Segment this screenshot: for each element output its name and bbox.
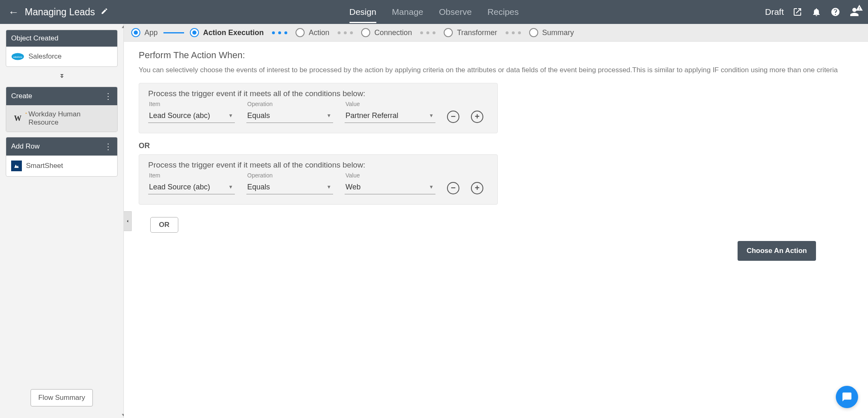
chevron-down-double-icon[interactable] xyxy=(3,69,120,84)
card-header: Add Row ⋮ xyxy=(6,137,117,156)
step-action-execution[interactable]: Action Execution xyxy=(190,28,264,37)
step-connection[interactable]: Connection xyxy=(361,28,412,37)
tab-observe[interactable]: Observe xyxy=(439,1,472,23)
card-app-label: Salesforce xyxy=(28,52,61,61)
field-label-item: Item xyxy=(148,101,235,107)
caret-down-icon: ▼ xyxy=(326,184,331,190)
step-summary[interactable]: Summary xyxy=(529,28,574,37)
value-select-value: Partner Referral xyxy=(345,111,398,120)
field-label-value: Value xyxy=(345,101,435,107)
add-condition-button[interactable]: + xyxy=(471,111,483,123)
sidebar-card-add-row[interactable]: Add Row ⋮ SmartSheet xyxy=(6,137,118,177)
card-title: Object Created xyxy=(11,34,58,43)
card-title: Add Row xyxy=(11,142,40,151)
add-condition-button[interactable]: + xyxy=(471,182,483,194)
field-label-value: Value xyxy=(345,172,435,179)
step-label: App xyxy=(144,28,158,37)
remove-condition-button[interactable]: − xyxy=(447,182,459,194)
condition-row: Item Lead Source (abc) ▼ Operation Equal… xyxy=(148,101,488,123)
tab-manage[interactable]: Manage xyxy=(392,1,423,23)
step-connector xyxy=(335,31,355,34)
step-transformer[interactable]: Transformer xyxy=(444,28,497,37)
card-body[interactable]: salesforce Salesforce xyxy=(6,47,117,66)
content: App Action Execution Action Connection T… xyxy=(124,24,868,418)
sidebar-card-object-created[interactable]: Object Created salesforce Salesforce xyxy=(6,30,118,67)
caret-down-icon: ▼ xyxy=(429,184,434,190)
smartsheet-icon xyxy=(11,161,22,171)
field-label-item: Item xyxy=(148,172,235,179)
card-header: Object Created xyxy=(6,30,117,47)
condition-block-title: Process the trigger event if it meets al… xyxy=(148,89,488,98)
user-icon[interactable] xyxy=(849,7,860,17)
flow-summary-button[interactable]: Flow Summary xyxy=(31,389,93,406)
card-body[interactable]: SmartSheet xyxy=(6,156,117,176)
step-label: Action Execution xyxy=(203,28,264,37)
operation-select-value: Equals xyxy=(247,111,270,120)
topbar-tabs: Design Manage Observe Recipes xyxy=(349,1,519,23)
workday-icon: W xyxy=(11,113,24,123)
stepper: App Action Execution Action Connection T… xyxy=(124,24,868,42)
step-circle-icon xyxy=(131,28,140,37)
remove-condition-button[interactable]: − xyxy=(447,111,459,123)
section-heading: Perform The Action When: xyxy=(139,50,853,61)
step-circle-icon xyxy=(529,28,538,37)
step-connector xyxy=(418,31,438,34)
alert-badge-icon xyxy=(856,4,863,13)
item-select[interactable]: Lead Source (abc) ▼ xyxy=(148,180,235,194)
edit-icon[interactable] xyxy=(101,7,108,17)
condition-block-title: Process the trigger event if it meets al… xyxy=(148,161,488,170)
step-label: Transformer xyxy=(457,28,497,37)
step-action[interactable]: Action xyxy=(296,28,329,37)
chat-bubble-button[interactable] xyxy=(836,386,858,408)
card-app-label: SmartSheet xyxy=(26,162,63,170)
step-app[interactable]: App xyxy=(131,28,158,37)
salesforce-icon: salesforce xyxy=(11,52,24,61)
card-body[interactable]: W Workday Human Resource xyxy=(6,105,117,132)
help-icon[interactable] xyxy=(830,7,841,17)
choose-action-button[interactable]: Choose An Action xyxy=(738,241,816,261)
collapse-sidebar-handle[interactable] xyxy=(124,211,132,231)
step-connector xyxy=(270,31,290,34)
tab-recipes[interactable]: Recipes xyxy=(487,1,519,23)
step-label: Summary xyxy=(542,28,574,37)
back-arrow-icon[interactable]: ← xyxy=(8,6,19,19)
operation-select-value: Equals xyxy=(247,183,270,191)
card-menu-icon[interactable]: ⋮ xyxy=(104,142,112,151)
caret-down-icon: ▼ xyxy=(228,184,233,190)
svg-text:salesforce: salesforce xyxy=(13,56,22,58)
card-menu-icon[interactable]: ⋮ xyxy=(104,91,112,101)
condition-block: Process the trigger event if it meets al… xyxy=(139,83,498,133)
operation-select[interactable]: Equals ▼ xyxy=(246,109,333,123)
topbar: ← Managing Leads Design Manage Observe R… xyxy=(0,0,868,24)
field-label-operation: Operation xyxy=(246,172,333,179)
step-connector xyxy=(503,31,523,34)
step-circle-icon xyxy=(444,28,453,37)
or-separator-label: OR xyxy=(139,142,853,150)
item-select-value: Lead Source (abc) xyxy=(149,183,210,191)
step-label: Connection xyxy=(374,28,412,37)
value-select-value: Web xyxy=(345,183,361,191)
step-circle-icon xyxy=(190,28,199,37)
section-description: You can selectively choose the events of… xyxy=(139,65,853,76)
caret-down-icon: ▼ xyxy=(228,113,233,118)
step-circle-icon xyxy=(361,28,370,37)
main-area: Object Created salesforce Salesforce Cre… xyxy=(0,24,868,418)
step-connector xyxy=(163,32,184,33)
sidebar-card-create[interactable]: Create ⋮ W Workday Human Resource xyxy=(6,87,118,132)
card-title: Create xyxy=(11,92,32,100)
value-select[interactable]: Web ▼ xyxy=(345,180,435,194)
caret-down-icon: ▼ xyxy=(429,113,434,118)
operation-select[interactable]: Equals ▼ xyxy=(246,180,333,194)
step-label: Action xyxy=(309,28,329,37)
value-select[interactable]: Partner Referral ▼ xyxy=(345,109,435,123)
tab-design[interactable]: Design xyxy=(349,1,376,23)
add-or-block-button[interactable]: OR xyxy=(150,217,178,233)
condition-block: Process the trigger event if it meets al… xyxy=(139,154,498,205)
item-select[interactable]: Lead Source (abc) ▼ xyxy=(148,109,235,123)
external-link-icon[interactable] xyxy=(792,7,803,17)
caret-down-icon: ▼ xyxy=(326,113,331,118)
condition-row: Item Lead Source (abc) ▼ Operation Equal… xyxy=(148,172,488,194)
form: Perform The Action When: You can selecti… xyxy=(124,42,868,273)
step-circle-icon xyxy=(296,28,305,37)
bell-icon[interactable] xyxy=(811,7,822,17)
